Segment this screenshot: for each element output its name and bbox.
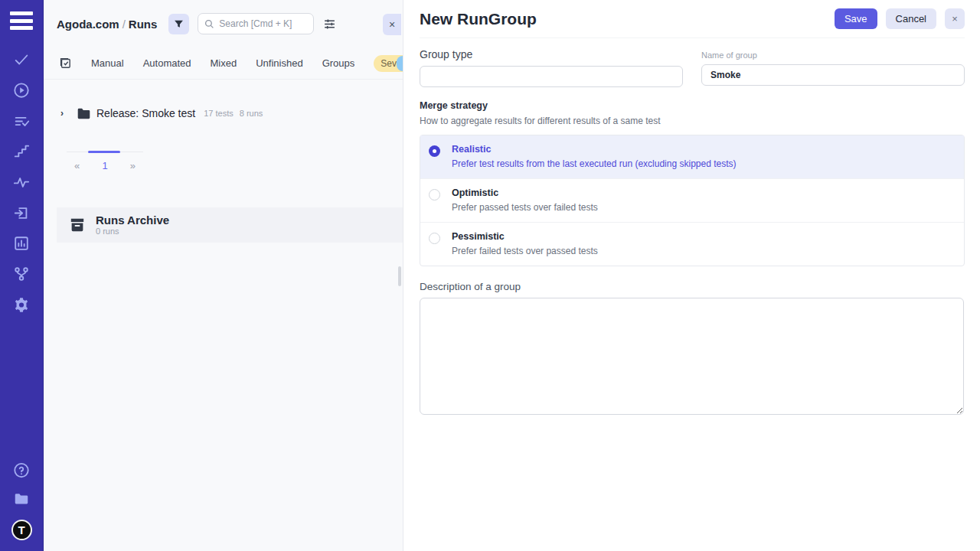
panel-header: New RunGroup Save Cancel × [420, 0, 965, 38]
form-top-row: Group type Name of group [420, 48, 965, 87]
pagination-prev[interactable]: « [74, 160, 80, 171]
help-icon[interactable] [13, 461, 30, 478]
bar-chart-icon[interactable] [13, 235, 30, 252]
merge-strategy-options: Realistic Prefer test results from the l… [420, 135, 965, 266]
group-type-label: Group type [420, 48, 683, 60]
breadcrumb[interactable]: Agoda.com/Runs [57, 18, 157, 31]
runs-count: 8 runs [240, 109, 263, 118]
radio-unselected-icon[interactable] [429, 189, 440, 201]
tab-mixed[interactable]: Mixed [211, 57, 237, 69]
radio-title: Optimistic [452, 187, 598, 198]
main-sidebar: T [0, 0, 44, 551]
play-circle-icon[interactable] [13, 82, 30, 99]
tab-groups[interactable]: Groups [322, 57, 355, 69]
pagination-next[interactable]: » [130, 160, 136, 171]
radio-description: Prefer failed tests over passed tests [452, 246, 598, 256]
radio-option-optimistic[interactable]: Optimistic Prefer passed tests over fail… [420, 179, 964, 223]
list-check-icon[interactable] [13, 112, 30, 129]
check-icon[interactable] [13, 51, 30, 68]
tab-automated[interactable]: Automated [143, 57, 191, 69]
app-window: T Agoda.com/Runs × [0, 0, 980, 551]
sign-in-icon[interactable] [13, 204, 30, 221]
radio-title: Pessimistic [452, 231, 598, 242]
folder-icon[interactable] [13, 491, 30, 507]
cancel-button[interactable]: Cancel [886, 8, 936, 29]
radio-option-realistic[interactable]: Realistic Prefer test results from the l… [420, 135, 964, 179]
scrollbar-thumb[interactable] [398, 266, 401, 286]
tree-row-release-smoke-test[interactable]: › Release: Smoke test 17 tests8 runs [60, 107, 403, 119]
breadcrumb-separator: / [122, 18, 126, 31]
pagination-page-1[interactable]: 1 [102, 160, 107, 171]
radio-description: Prefer passed tests over failed tests [452, 202, 598, 213]
radio-option-pessimistic[interactable]: Pessimistic Prefer failed tests over pas… [420, 223, 964, 266]
avatar[interactable]: T [11, 520, 32, 540]
name-of-group-label: Name of group [701, 51, 965, 60]
breadcrumb-section[interactable]: Runs [129, 18, 158, 31]
menu-icon[interactable] [10, 11, 33, 30]
filter-button[interactable] [168, 14, 189, 34]
new-rungroup-panel: New RunGroup Save Cancel × Group type Na… [403, 0, 980, 551]
search-icon [204, 19, 214, 29]
archive-icon [70, 218, 85, 232]
gear-icon[interactable] [13, 296, 30, 313]
runs-archive-row[interactable]: Runs Archive 0 runs [57, 207, 403, 243]
radio-selected-icon[interactable] [429, 145, 440, 157]
radio-unselected-icon[interactable] [429, 233, 440, 244]
close-icon[interactable]: × [945, 8, 965, 29]
search-input[interactable] [219, 18, 309, 29]
tree-item-title[interactable]: Release: Smoke test [96, 107, 195, 119]
save-button[interactable]: Save [835, 8, 877, 29]
radio-description: Prefer test results from the last execut… [452, 158, 737, 169]
panel-close-button[interactable]: × [383, 14, 401, 35]
funnel-icon [174, 19, 184, 29]
description-label: Description of a group [420, 281, 965, 292]
sliders-icon[interactable] [322, 16, 337, 31]
merge-strategy-hint: How to aggregate results for different r… [420, 116, 965, 126]
tab-unfinished[interactable]: Unfinished [256, 57, 302, 69]
group-type-field[interactable] [420, 66, 683, 87]
branch-icon[interactable] [13, 266, 30, 282]
tab-manual[interactable]: Manual [91, 57, 124, 69]
stairs-icon[interactable] [13, 143, 30, 160]
name-of-group-field[interactable] [701, 64, 965, 86]
folder-icon [77, 108, 90, 119]
pagination: « 1 » [67, 152, 143, 171]
filter-tabs: Manual Automated Mixed Unfinished Groups… [44, 47, 403, 80]
tests-count: 17 tests [204, 109, 234, 118]
radio-title: Realistic [452, 144, 737, 155]
archive-count: 0 runs [96, 227, 169, 236]
clipped-badge [397, 56, 403, 71]
select-all-icon[interactable] [59, 57, 72, 70]
merge-strategy-label: Merge strategy [420, 100, 965, 111]
pulse-icon[interactable] [13, 174, 30, 191]
search-box [198, 13, 314, 34]
runs-panel: Agoda.com/Runs × Manual [44, 0, 403, 551]
runs-panel-header: Agoda.com/Runs × [44, 0, 403, 47]
runs-tree: › Release: Smoke test 17 tests8 runs « 1… [44, 80, 403, 171]
description-field[interactable] [420, 298, 964, 415]
breadcrumb-project[interactable]: Agoda.com [57, 18, 119, 31]
chevron-right-icon[interactable]: › [60, 108, 73, 119]
tree-item-meta: 17 tests8 runs [204, 109, 269, 118]
active-page-indicator [88, 151, 120, 153]
page-title: New RunGroup [420, 10, 835, 28]
archive-title: Runs Archive [96, 214, 169, 227]
